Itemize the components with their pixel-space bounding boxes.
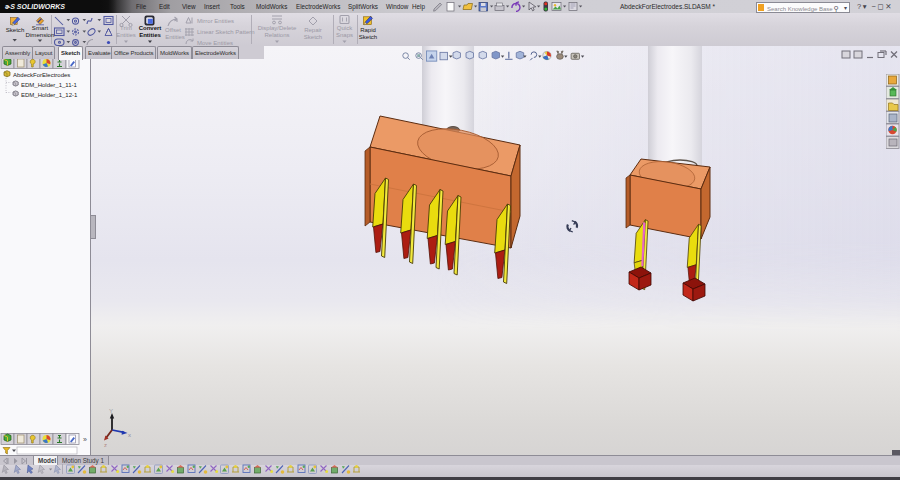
svg-text:Linear Sketch Pattern: Linear Sketch Pattern xyxy=(197,29,255,35)
svg-text:Sketch: Sketch xyxy=(6,26,25,33)
svg-text:x: x xyxy=(128,432,131,438)
svg-text:Quick: Quick xyxy=(337,25,353,31)
svg-text:AbdeckForElectrodes: AbdeckForElectrodes xyxy=(13,72,70,78)
svg-text:Mirror Entities: Mirror Entities xyxy=(197,18,234,24)
svg-text:z: z xyxy=(104,442,107,448)
svg-text:Sketch: Sketch xyxy=(304,34,322,40)
svg-text:Repair: Repair xyxy=(304,27,322,33)
svg-text:Trim: Trim xyxy=(120,25,132,31)
svg-text:Sketch: Sketch xyxy=(359,34,377,40)
svg-text:Relations: Relations xyxy=(264,32,289,38)
svg-text:Entities: Entities xyxy=(139,32,161,38)
svg-text:Entities: Entities xyxy=(116,32,136,38)
svg-text:EDM_Holder_1_12-1: EDM_Holder_1_12-1 xyxy=(21,92,78,98)
svg-text:Snaps: Snaps xyxy=(336,32,353,38)
svg-text:»: » xyxy=(83,436,87,443)
svg-text:Entities: Entities xyxy=(165,34,185,40)
svg-text:Rapid: Rapid xyxy=(360,27,376,33)
svg-text:Offset: Offset xyxy=(165,27,181,33)
svg-text:Convert: Convert xyxy=(139,25,162,31)
svg-text:Dimension: Dimension xyxy=(26,31,55,38)
svg-text:Smart: Smart xyxy=(32,24,49,31)
svg-text:EDM_Holder_1_11-1: EDM_Holder_1_11-1 xyxy=(21,82,78,88)
svg-text:Y: Y xyxy=(109,408,113,414)
svg-text:Display/Delete: Display/Delete xyxy=(258,25,297,31)
